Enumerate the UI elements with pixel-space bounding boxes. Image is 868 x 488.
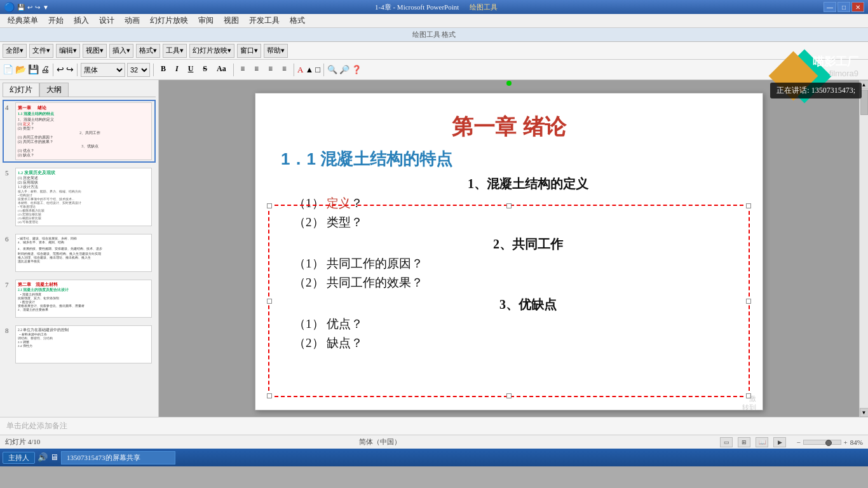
menu-start[interactable]: 开始	[43, 14, 69, 27]
toolbar-window[interactable]: 窗口▾	[237, 44, 261, 58]
font-size-select[interactable]: 32	[127, 63, 150, 77]
toolbar-slideshow2[interactable]: 幻灯片放映▾	[189, 44, 234, 58]
italic-button[interactable]: I	[172, 63, 182, 77]
toolbar-highlight-icon[interactable]: ▲	[305, 65, 313, 75]
font-family-select[interactable]: 黑体	[81, 63, 125, 77]
toolbar-new-icon[interactable]: 📄	[3, 64, 13, 75]
toolbar-insert2[interactable]: 插入▾	[109, 44, 133, 58]
statusbar-right: ▭ ⊞ 📖 ▶ − + 84%	[720, 437, 863, 447]
toolbar-help[interactable]: 帮助▾	[264, 44, 288, 58]
align-center-button[interactable]: ≡	[251, 63, 263, 77]
handle-bc[interactable]	[506, 393, 512, 398]
maximize-button[interactable]: □	[837, 2, 850, 12]
toolbar-all[interactable]: 全部▾	[3, 44, 27, 58]
toolbar-save-icon[interactable]: 💾	[28, 64, 39, 75]
taskbar-item-ppt[interactable]: 13507315473的屏幕共享	[61, 451, 175, 464]
handle-tr[interactable]	[746, 203, 751, 208]
handle-mr[interactable]	[746, 299, 751, 304]
toolbar-zoom-icon[interactable]: 🔎	[339, 65, 349, 75]
toolbar-sep6	[323, 64, 324, 76]
language-indicator: 简体（中国）	[359, 437, 401, 447]
menu-review[interactable]: 审阅	[193, 14, 219, 27]
underline-button[interactable]: U	[184, 63, 198, 77]
start-button[interactable]: 主持人	[3, 452, 35, 464]
slide-thumb-8[interactable]: 8 2.2 单位力在基础建设中的控制 • 材料来源中的工作 调结构、整密性、注结…	[3, 323, 156, 366]
quick-access-undo[interactable]: ↩	[27, 4, 32, 11]
menu-design[interactable]: 设计	[94, 14, 119, 27]
toolbar-open-icon[interactable]: 📂	[15, 64, 26, 75]
slide-num-6: 6	[5, 235, 15, 243]
slideshow-btn[interactable]: ▶	[773, 437, 786, 447]
handle-tl[interactable]	[267, 203, 272, 208]
toolbar-redo-icon[interactable]: ↪	[66, 64, 74, 75]
rotation-handle[interactable]	[506, 81, 512, 86]
toolbar-view[interactable]: 视图▾	[83, 44, 107, 58]
quick-access-redo[interactable]: ↪	[35, 4, 40, 11]
menu-developer[interactable]: 开发工具	[244, 14, 285, 27]
slide-watermark2: 转到	[742, 403, 756, 412]
taskbar: 主持人 🔊 🖥 13507315473的屏幕共享	[0, 449, 868, 466]
toolbar-format[interactable]: 格式▾	[136, 44, 160, 58]
slide-thumb-5[interactable]: 5 1.2 发展历史及现状 (1) 历史简述 (2) 应用现状 1.3 设计方法…	[3, 165, 156, 229]
quick-access-save[interactable]: 💾	[17, 4, 25, 11]
toolbar-shape-icon[interactable]: □	[315, 65, 320, 75]
slide-num-7: 7	[5, 281, 15, 288]
taskbar-icon-2[interactable]: 🖥	[50, 452, 58, 463]
menu-view[interactable]: 视图	[219, 14, 244, 27]
aa-button[interactable]: Aa	[213, 63, 230, 77]
toolbar-print-icon[interactable]: 🖨	[41, 65, 50, 75]
titlebar-left: 🔵 💾 ↩ ↪ ▼	[4, 2, 49, 13]
minimize-button[interactable]: —	[824, 2, 836, 12]
scroll-track	[860, 89, 869, 408]
slide-sorter-btn[interactable]: ⊞	[738, 437, 750, 447]
slide-preview-4: 第一章 绪论 1.1 混凝土结构的特点 1、混凝土结构的定义 (1) 定义？ (…	[15, 102, 152, 160]
toolbar-color-icon[interactable]: A	[297, 65, 303, 75]
reading-view-btn[interactable]: 📖	[756, 437, 768, 447]
menu-classic[interactable]: 经典菜单	[3, 14, 43, 27]
toolbar-file[interactable]: 文件▾	[29, 44, 53, 58]
normal-view-btn[interactable]: ▭	[720, 437, 733, 447]
align-right-button[interactable]: ≡	[264, 63, 276, 77]
toolbar-search-icon[interactable]: 🔍	[327, 65, 337, 75]
section1-header: 1、混凝土结构的定义	[319, 175, 737, 193]
zoom-thumb[interactable]	[825, 440, 832, 446]
zoom-out-icon[interactable]: −	[796, 438, 800, 446]
strikethrough-button[interactable]: S	[199, 63, 211, 77]
toolbar-help-icon[interactable]: ❓	[351, 65, 362, 75]
slide-thumb-7[interactable]: 7 第二章 混凝土材料 2.1 混凝土的强度及配合比设计 • 混凝土的强度 抗裂…	[3, 277, 156, 320]
toolbar-tools[interactable]: 工具▾	[163, 44, 187, 58]
slide-preview-8: 2.2 单位力在基础建设中的控制 • 材料来源中的工作 调结构、整密性、注结构 …	[15, 325, 152, 363]
item-1-1-red: 定义	[327, 196, 351, 210]
slide-thumb-6[interactable]: 6 • 城市社、建设、综合发展技、乡村、同样 4、城乡生平、资本、规则、结构 4…	[3, 231, 156, 274]
menu-format[interactable]: 格式	[285, 14, 310, 27]
scroll-down-arrow[interactable]: ▼	[860, 408, 869, 417]
menu-slideshow[interactable]: 幻灯片放映	[145, 14, 193, 27]
format-toolbar: 📄 📂 💾 🖨 ↩ ↪ 黑体 32 B I U S Aa ≡ ≡ ≡ ≡ A ▲…	[0, 60, 868, 80]
toolbar-sep1	[53, 64, 53, 76]
toolbar-undo-icon[interactable]: ↩	[57, 64, 64, 75]
titlebar-controls: — □ ✕	[824, 2, 864, 12]
slide-thumb-4[interactable]: 4 第一章 绪论 1.1 混凝土结构的特点 1、混凝土结构的定义 (1) 定义？…	[3, 100, 156, 163]
notes-area[interactable]: 单击此处添加备注	[0, 417, 868, 435]
quick-access-more[interactable]: ▼	[43, 4, 49, 11]
right-scrollbar: ▲ ▼	[859, 80, 868, 417]
drawing-tools-label: 绘图工具	[470, 3, 498, 11]
close-button[interactable]: ✕	[851, 2, 864, 12]
menu-insert[interactable]: 插入	[69, 14, 94, 27]
zoom-slider[interactable]	[803, 440, 841, 445]
slides-tab[interactable]: 幻灯片	[3, 83, 39, 97]
toolbar-sep4	[233, 64, 234, 76]
toolbar-edit[interactable]: 编辑▾	[56, 44, 80, 58]
zoom-percent: 84%	[850, 438, 863, 446]
handle-bl[interactable]	[267, 393, 272, 398]
outline-tab[interactable]: 大纲	[39, 83, 69, 97]
section2-header: 2、共同工作	[319, 236, 737, 253]
align-left-button[interactable]: ≡	[237, 63, 249, 77]
justify-button[interactable]: ≡	[278, 63, 290, 77]
notes-placeholder: 单击此处添加备注	[6, 421, 67, 431]
handle-ml[interactable]	[267, 299, 272, 304]
bold-button[interactable]: B	[157, 63, 170, 77]
taskbar-icon-1[interactable]: 🔊	[37, 452, 48, 463]
zoom-in-icon[interactable]: +	[844, 438, 848, 446]
menu-animation[interactable]: 动画	[119, 14, 145, 27]
